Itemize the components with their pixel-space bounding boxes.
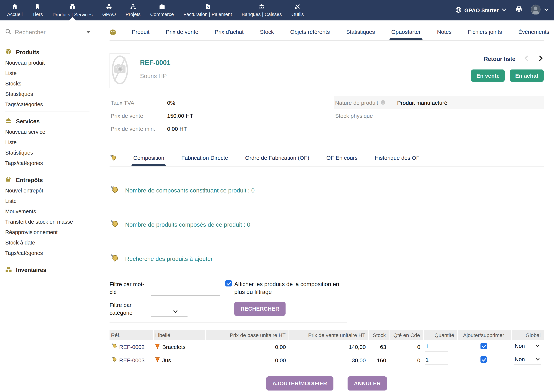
nav-item-banques-caisses[interactable]: Banques | Caisses [237,0,286,21]
sidebar-item-stocks[interactable]: Stocks [0,78,95,89]
column-header-ref: Réf. [110,330,153,340]
quantity-input[interactable] [425,355,448,365]
subtab-fabrication-directe[interactable]: Fabrication Directe [181,152,229,166]
tab-objets-referents[interactable]: Objets référents [290,26,331,40]
cancel-button[interactable]: ANNULER [347,376,387,391]
chevron-down-icon [173,308,187,315]
avatar [531,4,541,16]
category-filter-row: Filtre par catégorie [110,301,225,317]
sidebar-item-liste-entrepots[interactable]: Liste [0,196,95,206]
show-composition-checkbox[interactable] [225,280,232,287]
sidebar-item-nouveau-produit[interactable]: Nouveau produit [0,58,95,68]
main-content: Produit Prix de vente Prix d'achat Stock… [95,21,554,392]
sidebar-item-nouveau-service[interactable]: Nouveau service [0,127,95,137]
nav-item-accueil[interactable]: Accueil [2,0,28,21]
nav-item-outils[interactable]: Outils [287,0,309,21]
print-icon[interactable] [515,6,522,14]
user-menu[interactable] [531,4,549,16]
left-sidebar: Produits Nouveau produit Liste Stocks St… [0,21,95,392]
product-label-cell: Bracelets [162,343,186,350]
subtab-historique-des-of[interactable]: Historique des OF [374,152,420,166]
column-header-quantite: Quantité [423,330,457,340]
divider [5,280,90,280]
product-status-icon [155,357,160,363]
tab-produit[interactable]: Produit [131,26,150,40]
sell-price-cell: 30,00 [289,353,369,367]
tab-evenements[interactable]: Événements [518,26,550,40]
sidebar-item-stock-a-date[interactable]: Stock à date [0,238,95,248]
briefcase-icon [159,3,165,10]
chevron-right-icon[interactable] [538,55,544,63]
info-table-right: Nature de produit Produit manufacturé St… [334,96,544,135]
field-nature-de-produit: Nature de produit Produit manufacturé [334,96,544,109]
column-header-ajouter-supprimer: Ajouter/supprimer [457,330,511,340]
bom-icon [110,219,119,230]
category-filter-select[interactable] [151,308,187,317]
chevron-down-icon [502,7,506,13]
category-filter-label: Filtre par catégorie [110,301,151,317]
banner-right-group: Retour liste En vente En achat [471,53,544,88]
search-dropdown-caret-icon[interactable] [87,31,90,34]
nav-item-gpao[interactable]: GPAO [97,0,121,21]
chevron-down-icon [535,356,540,362]
nav-label: Produits | Services [53,12,93,17]
keyword-filter-input[interactable] [151,287,220,296]
tab-fichiers-joints[interactable]: Fichiers joints [467,26,503,40]
search-products-heading: Recherche des produits à ajouter [110,253,544,265]
search-button[interactable]: RECHERCHER [234,302,286,316]
subtab-ordre-de-fabrication[interactable]: Ordre de Fabrication (OF) [244,152,310,166]
nav-item-tiers[interactable]: Tiers [28,0,48,21]
product-ref-link[interactable]: REF-0002 [119,343,145,350]
main-menu: Accueil Tiers Produits | Services GPAO P… [0,0,309,21]
nav-item-facturation-paiement[interactable]: Facturation | Paiement [179,0,237,21]
sidebar-item-mouvements[interactable]: Mouvements [0,206,95,217]
nav-label: GPAO [102,12,116,17]
divider [5,111,90,112]
sidebar-item-liste-produits[interactable]: Liste [0,68,95,78]
product-ref-link[interactable]: REF-0003 [119,357,145,363]
sidebar-item-nouvel-entrepot[interactable]: Nouvel entrepôt [0,185,95,196]
sidebar-section-title-entrepots[interactable]: Entrepôts [0,175,95,185]
tab-stock[interactable]: Stock [259,26,275,40]
sidebar-item-transfert-stock-masse[interactable]: Transfert de stock en masse [0,217,95,227]
open-box-icon [5,176,12,184]
nav-item-projets[interactable]: Projets [121,0,145,21]
sidebar-item-statistiques-services[interactable]: Statistiques [0,147,95,158]
subtab-composition[interactable]: Composition [132,152,165,166]
add-remove-checkbox[interactable] [480,343,487,349]
sidebar-item-reapprovisionnement[interactable]: Réapprovisionnement [0,227,95,238]
table-row: REF-0003 Jus 0,00 30,00 160 0 Non [110,353,544,367]
quantity-input[interactable] [425,342,448,351]
bom-icon [110,253,119,265]
tab-prix-dachat[interactable]: Prix d'achat [214,26,244,40]
global-select[interactable]: Non [514,342,541,351]
sidebar-item-liste-services[interactable]: Liste [0,137,95,147]
tab-statistiques[interactable]: Statistiques [345,26,376,40]
submit-button[interactable]: AJOUTER/MODIFIER [266,376,333,391]
back-to-list-link[interactable]: Retour liste [484,56,515,63]
sidebar-item-statistiques-produits[interactable]: Statistiques [0,89,95,99]
sidebar-section-title-services[interactable]: Services [0,116,95,127]
column-header-qte-en-cde: Qté en Cde [389,330,423,340]
bom-icon [110,185,119,196]
sidebar-item-tags-categories-produits[interactable]: Tags/catégories [0,99,95,110]
sidebar-item-tags-categories-services[interactable]: Tags/catégories [0,158,95,168]
chevron-left-icon[interactable] [524,55,529,63]
tab-prix-de-vente[interactable]: Prix de vente [165,26,199,40]
section-title-label: Services [16,118,40,125]
tab-gpaostarter[interactable]: Gpaostarter [391,26,422,40]
nav-item-produits-services[interactable]: Produits | Services [48,0,97,21]
search-input[interactable] [15,29,83,36]
sidebar-section-title-inventaires[interactable]: Inventaires [0,265,95,275]
composed-products-count-heading: Nombre de produits composés de ce produi… [110,219,544,230]
add-remove-checkbox[interactable] [480,356,487,363]
entity-selector[interactable]: GPAO Starter [455,7,506,14]
subtab-of-en-cours[interactable]: OF En cours [326,152,358,166]
product-photo-placeholder [110,53,130,88]
global-select[interactable]: Non [514,356,541,364]
sidebar-section-title-produits[interactable]: Produits [0,47,95,58]
nav-item-commerce[interactable]: Commerce [145,0,179,21]
tab-notes[interactable]: Notes [436,26,452,40]
section-title-label: Produits [16,49,39,56]
sidebar-item-tags-categories-entrepots[interactable]: Tags/catégories [0,248,95,258]
